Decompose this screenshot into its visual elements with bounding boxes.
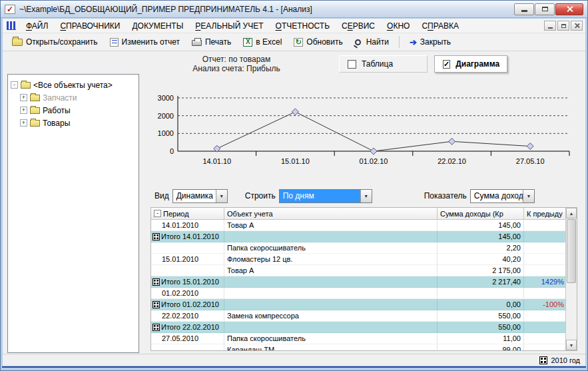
mdi-minimize-button[interactable]: [544, 21, 556, 31]
close-report-button[interactable]: ➔Закрыть: [404, 35, 456, 49]
table-checkbox[interactable]: [348, 60, 356, 69]
table-row[interactable]: 15.01.2010 Фломастеры 12 цв. 40,20: [151, 254, 577, 265]
tree-root[interactable]: - <Все объекты учета>: [11, 79, 136, 91]
expand-icon[interactable]: +: [20, 94, 27, 101]
mdi-close-button[interactable]: [571, 21, 583, 31]
vertical-scrollbar[interactable]: ▲ ▼: [565, 208, 577, 350]
table-row[interactable]: 14.01.2010 Товар А 145,00: [151, 220, 577, 231]
scroll-down-button[interactable]: ▼: [566, 340, 577, 350]
view-combobox[interactable]: Динамика ▼: [172, 189, 228, 203]
folder-icon: [30, 95, 40, 101]
indicator-value: Сумма доход: [471, 190, 523, 202]
table-row[interactable]: Карандаш ТМ 99,00: [151, 344, 577, 351]
scroll-up-button[interactable]: ▲: [566, 208, 577, 218]
mdi-restore-button[interactable]: [557, 21, 569, 31]
expand-icon[interactable]: +: [20, 107, 27, 114]
open-folder-icon: [12, 39, 23, 46]
table-row[interactable]: Товар А 2 175,00: [151, 265, 577, 276]
menu-item-documents[interactable]: ДОКУМЕНТЫ: [126, 20, 189, 32]
table-row[interactable]: Итого 14.01.2010 145,00: [151, 231, 577, 242]
column-percent[interactable]: К предыду: [524, 208, 567, 219]
percent-cell: -100%: [524, 299, 567, 310]
menu-item-reporting[interactable]: ОТЧЕТНОСТЬ: [270, 20, 336, 32]
amount-cell: 99,00: [438, 344, 524, 351]
tree-item-goods[interactable]: + Товары: [11, 117, 136, 129]
close-button[interactable]: [555, 3, 583, 15]
menu-item-directories[interactable]: СПРАВОЧНИКИ: [54, 20, 126, 32]
find-button[interactable]: Найти: [350, 35, 394, 49]
collapse-icon[interactable]: -: [11, 81, 18, 89]
chevron-down-icon[interactable]: ▼: [523, 190, 534, 202]
build-combobox[interactable]: По дням ▼: [279, 189, 372, 203]
table-row[interactable]: 01.02.2010: [151, 288, 577, 299]
diagram-toggle[interactable]: Диаграмма: [434, 55, 507, 73]
minimize-button[interactable]: [514, 3, 534, 15]
menu-item-help[interactable]: СПРАВКА: [416, 20, 465, 32]
subtotal-icon: [152, 324, 160, 331]
menu-item-window[interactable]: ОКНО: [381, 20, 416, 32]
amount-cell: 145,00: [438, 231, 524, 242]
to-excel-button[interactable]: Xв Excel: [238, 35, 287, 49]
build-value: По дням: [280, 190, 360, 202]
toolbar: Открыть/сохранить Изменить отчет Печать …: [3, 33, 585, 51]
app-window: ~\Example\БД_ОБОБЩАЮЩИЙ_ПРИМЕР ПРЕДПРИНИ…: [0, 0, 588, 371]
indicator-label: Показатель: [424, 191, 467, 200]
table-toggle-label: Таблица: [362, 59, 393, 69]
object-cell: [224, 276, 438, 288]
chevron-down-icon[interactable]: ▼: [216, 190, 227, 202]
status-bar: 2010 год: [3, 354, 585, 366]
window-title: ~\Example\БД_ОБОБЩАЮЩИЙ_ПРИМЕР ПРЕДПРИНИ…: [19, 5, 312, 14]
print-button[interactable]: Печать: [186, 35, 236, 49]
edit-report-button[interactable]: Изменить отчет: [105, 35, 185, 49]
table-row[interactable]: Папка скоросшиватель 2,20: [151, 242, 577, 254]
table-row[interactable]: 22.02.2010 Замена компрессора 550,00: [151, 310, 577, 322]
excel-icon: X: [243, 38, 252, 47]
svg-text:22.02.10: 22.02.10: [438, 157, 466, 165]
svg-text:3000: 3000: [158, 94, 174, 102]
percent-cell: [524, 322, 567, 333]
menu-item-service[interactable]: СЕРВИС: [336, 20, 381, 32]
minimize-icon: [548, 27, 553, 29]
table-row[interactable]: Итого 01.02.2010 0,00 -100%: [151, 299, 577, 310]
close-icon: [566, 5, 573, 13]
period-cell: [151, 265, 224, 276]
subtotal-icon: [152, 233, 160, 240]
table-row[interactable]: Итого 15.01.2010 2 217,40 1429%: [151, 276, 577, 288]
title-bar[interactable]: ~\Example\БД_ОБОБЩАЮЩИЙ_ПРИМЕР ПРЕДПРИНИ…: [1, 1, 587, 18]
diagram-toggle-label: Диаграмма: [455, 59, 499, 69]
refresh-button[interactable]: ↻Обновить: [288, 35, 348, 49]
svg-text:2000: 2000: [158, 112, 174, 120]
tree-item-spares[interactable]: + Запчасти: [11, 91, 136, 104]
table-row[interactable]: 27.05.2010 Папка скоросшиватель 11,00: [151, 333, 577, 344]
svg-text:14.01.10: 14.01.10: [202, 157, 231, 165]
object-cell: Папка скоросшиватель: [224, 242, 438, 254]
percent-cell: [524, 333, 567, 344]
diagram-checkbox[interactable]: [443, 60, 450, 69]
object-cell: Фломастеры 12 цв.: [224, 254, 438, 265]
indicator-combobox[interactable]: Сумма доход ▼: [470, 189, 535, 203]
maximize-button[interactable]: [535, 3, 555, 15]
workspace: Отчет: по товарам Анализ счета: Прибыль …: [3, 51, 585, 354]
table-body: 14.01.2010 Товар А 145,00 Итого 14.01.20…: [151, 220, 577, 351]
menu-item-file[interactable]: ФАЙЛ: [20, 20, 54, 32]
column-object[interactable]: Объект учета: [224, 208, 438, 219]
menu-item-real-accounting[interactable]: РЕАЛЬНЫЙ УЧЕТ: [189, 20, 269, 32]
object-cell: Папка скоросшиватель: [224, 333, 438, 344]
chevron-down-icon[interactable]: ▼: [360, 190, 372, 202]
collapse-all-button[interactable]: -: [154, 210, 161, 217]
scrollbar-thumb[interactable]: [567, 219, 576, 283]
tree-item-works[interactable]: + Работы: [11, 104, 136, 117]
table-toggle[interactable]: Таблица: [339, 55, 428, 73]
open-save-button[interactable]: Открыть/сохранить: [7, 35, 103, 49]
percent-cell: [524, 344, 567, 351]
column-period[interactable]: - Период: [151, 208, 224, 219]
column-amount[interactable]: Сумма доходы (Кр: [438, 208, 524, 219]
amount-cell: [438, 288, 524, 299]
report-title: Отчет: по товарам: [154, 55, 319, 64]
amount-cell: 145,00: [438, 220, 524, 231]
table-row[interactable]: Итого 22.02.2010 550,00: [151, 322, 577, 333]
period-cell: [151, 344, 224, 351]
edit-report-icon: [110, 38, 119, 47]
period-cell: 15.01.2010: [151, 254, 224, 265]
expand-icon[interactable]: +: [20, 119, 27, 127]
